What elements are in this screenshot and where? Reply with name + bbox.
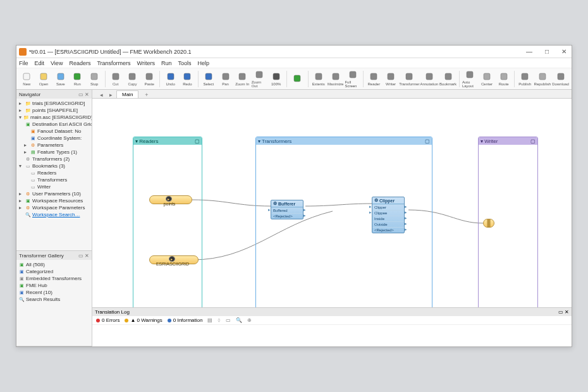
nav-item[interactable]: ▭Writer [18, 183, 90, 190]
expand-icon[interactable]: ▸ [24, 149, 28, 156]
toolbar-annotation[interactable]: Annotation [420, 70, 438, 89]
menu-writers[interactable]: Writers [137, 60, 155, 66]
panel-controls[interactable]: ▭ ✕ [78, 92, 89, 97]
toolbar-save[interactable]: Save [52, 70, 68, 89]
nav-item[interactable]: ⚙Transformers (2) [18, 156, 90, 162]
nav-item[interactable]: ▾▭Bookmarks (3) [18, 162, 90, 169]
nav-item[interactable]: ▭Readers [18, 169, 90, 176]
nav-item[interactable]: ▸⚙User Parameters (10) [18, 190, 90, 197]
toolbar-bookmark[interactable]: Bookmark [439, 70, 456, 89]
gallery-item[interactable]: ▣FME Hub [18, 282, 90, 289]
toolbar-run[interactable]: Run [70, 70, 85, 89]
port-buffered[interactable]: Buffered [271, 207, 303, 213]
tab-main[interactable]: Main [116, 90, 138, 98]
toolbar-fullscreen[interactable]: Full Screen [345, 70, 360, 89]
toolbar-cut[interactable]: Cut [107, 70, 123, 89]
toolbar-marker[interactable] [290, 70, 305, 89]
nav-item[interactable]: 🔍Workspace Search… [18, 211, 90, 218]
gallery-item[interactable]: ▣Categorized [18, 268, 90, 275]
nav-item[interactable]: ▸▣Workspace Resources [18, 197, 90, 204]
toolbar-writer[interactable]: Writer [383, 70, 399, 89]
toolbar-pan[interactable]: Pan [217, 70, 233, 89]
toolbar-copy[interactable]: Copy [125, 70, 140, 89]
nav-item[interactable]: ▣Destination Esri ASCII Grid… [18, 121, 90, 128]
toolbar-paste[interactable]: Paste [142, 70, 157, 89]
reader-node-grid[interactable]: ESRIASCIIGRID [149, 255, 199, 264]
nav-item[interactable]: ▸⚙Parameters [18, 142, 90, 149]
expand-icon[interactable]: ▸ [19, 100, 23, 107]
toolbar-zoom-pct[interactable]: 100% [268, 70, 284, 89]
nav-item[interactable]: ▣Coordinate System: [18, 135, 90, 142]
transformer-bufferer[interactable]: ⚙Bufferer Buffered <Rejected> [271, 200, 303, 219]
toolbar-autolayout[interactable]: Auto Layout [462, 70, 478, 89]
gallery-item[interactable]: ▣Recent (10) [18, 289, 90, 296]
log-tool-icon[interactable]: ⊕ [247, 317, 252, 323]
toolbar-stop[interactable]: Stop [87, 70, 102, 89]
nav-item[interactable]: ▭Transformers [18, 176, 90, 183]
port-rejected[interactable]: <Rejected> [372, 227, 404, 233]
log-tool-icon[interactable]: ▤ [207, 317, 212, 323]
toolbar-redo[interactable]: Redo [180, 70, 195, 89]
toolbar-new[interactable]: New [19, 70, 35, 89]
bookmark-close-icon[interactable]: ▢ [425, 138, 430, 144]
gallery-item[interactable]: 🔍Search Results [18, 296, 90, 303]
bookmark-close-icon[interactable]: ▢ [195, 138, 200, 144]
log-filter[interactable]: 0 Information [168, 317, 203, 323]
menu-view[interactable]: View [51, 60, 63, 66]
toolbar-republish[interactable]: Republish [534, 70, 551, 89]
menu-run[interactable]: Run [161, 60, 172, 66]
toolbar-extents[interactable]: Extents [310, 70, 326, 89]
minimize-button[interactable]: — [524, 48, 535, 55]
toolbar-download[interactable]: Download [552, 70, 569, 89]
expand-icon[interactable]: ▸ [24, 142, 28, 149]
nav-item[interactable]: ▸▤Feature Types (1) [18, 149, 90, 156]
panel-controls[interactable]: ▭ ✕ [78, 253, 89, 259]
tab-add[interactable]: + [142, 92, 150, 98]
menu-help[interactable]: Help [197, 60, 209, 66]
menu-transformers[interactable]: Transformers [97, 60, 130, 66]
expand-icon[interactable]: ▸ [19, 190, 23, 197]
panel-controls[interactable]: ▭ ✕ [558, 309, 569, 315]
menu-readers[interactable]: Readers [69, 60, 90, 66]
log-tool-icon[interactable]: ▭ [226, 317, 231, 323]
expand-icon[interactable]: ▾ [19, 114, 21, 121]
toolbar-publish[interactable]: Publish [517, 70, 533, 89]
nav-item[interactable]: ▣Fanout Dataset: No [18, 128, 90, 135]
workspace-canvas[interactable]: ▾ Readers▢ ▾ Transformers▢ ▾ Writer▢ poi… [92, 99, 572, 307]
nav-item[interactable]: ▸📁points [SHAPEFILE] [18, 107, 90, 114]
port-clippee[interactable]: Clippee [372, 210, 404, 216]
menu-edit[interactable]: Edit [35, 60, 45, 66]
log-filter[interactable]: 0 Errors [96, 317, 119, 323]
maximize-button[interactable]: □ [542, 48, 551, 55]
expand-icon[interactable]: ▸ [19, 197, 23, 204]
toolbar-center[interactable]: Center [479, 70, 495, 89]
port-rejected[interactable]: <Rejected> [271, 213, 303, 219]
toolbar-route[interactable]: Route [496, 70, 511, 89]
tab-next[interactable]: ▸ [107, 92, 115, 98]
menu-tools[interactable]: Tools [178, 60, 191, 66]
toolbar-select[interactable]: Select [201, 70, 217, 89]
tab-prev[interactable]: ◂ [97, 92, 106, 98]
toolbar-undo[interactable]: Undo [162, 70, 178, 89]
writer-node[interactable] [483, 219, 494, 228]
port-clipper[interactable]: Clipper [372, 204, 404, 210]
nav-item[interactable]: ▾📁main.asc [ESRIASCIIGRID] [18, 114, 90, 121]
expand-icon[interactable]: ▸ [19, 107, 23, 114]
gallery-item[interactable]: ▣All (508) [18, 261, 90, 268]
toolbar-zoom-out[interactable]: Zoom Out [252, 70, 267, 89]
reader-node-points[interactable]: points [149, 195, 192, 204]
close-button[interactable]: ✕ [559, 48, 569, 55]
log-filter[interactable]: ▲ 0 Warnings [125, 317, 162, 323]
nav-item[interactable]: ▸⚙Workspace Parameters [18, 204, 90, 211]
toolbar-zoom-in[interactable]: Zoom In [235, 70, 250, 89]
toolbar-maximize[interactable]: Maximize [328, 70, 343, 89]
expand-icon[interactable]: ▸ [19, 204, 23, 211]
nav-item[interactable]: ▸📁trials [ESRIASCIIGRID] [18, 100, 90, 107]
log-tool-icon[interactable]: ⎀ [217, 317, 221, 323]
port-outside[interactable]: Outside [372, 221, 404, 227]
menu-file[interactable]: File [19, 60, 28, 66]
transformer-clipper[interactable]: ⚙Clipper Clipper Clippee Inside Outside … [372, 197, 405, 233]
toolbar-transformer[interactable]: Transformer [400, 70, 419, 89]
toolbar-open[interactable]: Open [36, 70, 52, 89]
log-tool-icon[interactable]: 🔍 [236, 317, 242, 323]
